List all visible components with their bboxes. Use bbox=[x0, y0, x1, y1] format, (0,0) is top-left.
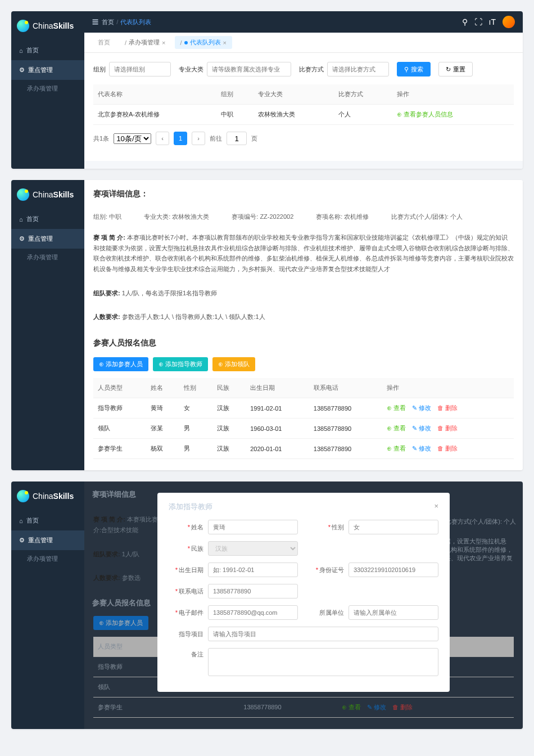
logo-icon bbox=[17, 20, 29, 32]
add-instructor-button[interactable]: ⊕ 添加指导教师 bbox=[153, 357, 208, 371]
col-group: 组别 bbox=[216, 84, 254, 105]
search-button[interactable]: ⚲搜索 bbox=[397, 62, 431, 76]
nav-sub-org[interactable]: 承办项管理 bbox=[11, 249, 84, 266]
view-link[interactable]: ⊕ 查看 bbox=[387, 404, 406, 411]
modal-title: 添加指导教师 bbox=[169, 502, 212, 512]
brand-logo: ChinaSkills bbox=[11, 11, 84, 40]
gear-icon: ⚙ bbox=[19, 66, 25, 74]
filter-major-label: 专业大类 bbox=[179, 65, 203, 74]
search-icon[interactable]: ⚲ bbox=[462, 17, 468, 26]
add-instructor-modal: 添加指导教师 × *姓名 *性别 *民族汉族 *出生日期 *身份证号 bbox=[157, 493, 450, 692]
nav-home[interactable]: ⌂首页 bbox=[11, 40, 84, 60]
refresh-icon: ↻ bbox=[446, 66, 451, 73]
font-icon[interactable]: ıT bbox=[489, 17, 496, 26]
tab-teamlist[interactable]: /代表队列表× bbox=[175, 36, 233, 49]
table-row: 领队张某男汉族1960-03-0113858778890 ⊕ 查看 ✎ 修改 🗑… bbox=[93, 418, 514, 439]
name-input[interactable] bbox=[208, 520, 298, 534]
remark-input[interactable] bbox=[208, 648, 438, 676]
filter-mode-label: 比赛方式 bbox=[299, 65, 324, 74]
filter-major-select[interactable] bbox=[207, 62, 291, 76]
fullscreen-icon[interactable]: ⛶ bbox=[474, 17, 482, 26]
delete-link[interactable]: 🗑 删除 bbox=[437, 404, 458, 411]
nav-sub-org[interactable]: 承办项管理 bbox=[11, 550, 84, 568]
delete-link[interactable]: 🗑 删除 bbox=[437, 425, 458, 431]
filter-group-select[interactable] bbox=[109, 62, 171, 76]
table-row: 北京参赛校A-农机维修 中职 农林牧渔大类 个人 ⊕ 查看参赛人员信息 bbox=[93, 105, 514, 125]
tab-home[interactable]: 首页 bbox=[92, 36, 116, 49]
birth-input[interactable] bbox=[208, 562, 298, 577]
nav-home[interactable]: ⌂首页 bbox=[11, 209, 84, 229]
event-desc: 赛 项 简 介: 本赛项比赛时长7小时。本赛项以教育部颁布的职业学校相关专业教学… bbox=[84, 226, 523, 281]
phone-input[interactable] bbox=[208, 584, 298, 598]
delete-link[interactable]: 🗑 删除 bbox=[437, 445, 458, 452]
pager-page-1[interactable]: 1 bbox=[174, 132, 187, 145]
pager-next[interactable]: › bbox=[192, 132, 205, 145]
avatar[interactable] bbox=[503, 16, 515, 28]
detail-title: 赛项详细信息： bbox=[84, 180, 523, 208]
unit-input[interactable] bbox=[349, 605, 438, 620]
filter-mode-select[interactable] bbox=[327, 62, 389, 76]
edit-link[interactable]: ✎ 修改 bbox=[412, 445, 431, 452]
edit-link[interactable]: ✎ 修改 bbox=[412, 404, 431, 411]
project-input[interactable] bbox=[208, 627, 438, 641]
nav-home[interactable]: ⌂首页 bbox=[11, 511, 84, 530]
idcard-input[interactable] bbox=[349, 562, 438, 577]
tab-org[interactable]: /承办项管理× bbox=[119, 36, 171, 49]
pager-prev[interactable]: ‹ bbox=[156, 132, 169, 145]
close-icon[interactable]: × bbox=[434, 502, 438, 512]
email-input[interactable] bbox=[208, 605, 298, 620]
table-row: 指导教师黄琦女汉族1991-02-0113858778890 ⊕ 查看 ✎ 修改… bbox=[93, 398, 514, 418]
table-row: 参赛学生杨双男汉族2020-01-0113858778890 ⊕ 查看 ✎ 修改… bbox=[93, 439, 514, 459]
nav-site-manage[interactable]: ⚙重点管理 bbox=[11, 60, 84, 80]
col-ops: 操作 bbox=[392, 84, 514, 105]
pager-size[interactable]: 10条/页 bbox=[114, 133, 151, 144]
reg-title: 参赛人员报名信息 bbox=[84, 329, 523, 357]
pager-goto-input[interactable] bbox=[227, 132, 247, 145]
view-members-link[interactable]: ⊕ 查看参赛人员信息 bbox=[397, 111, 453, 118]
add-leader-button[interactable]: ⊕ 添加领队 bbox=[212, 357, 255, 371]
view-link[interactable]: ⊕ 查看 bbox=[387, 445, 406, 452]
filter-group-label: 组别 bbox=[93, 65, 106, 74]
pager-total: 共1条 bbox=[93, 134, 109, 143]
breadcrumb: ☰ 首页/代表队列表 bbox=[92, 18, 151, 26]
home-icon: ⌂ bbox=[19, 47, 23, 54]
col-mode: 比赛方式 bbox=[334, 84, 392, 105]
add-participant-button[interactable]: ⊕ 添加参赛人员 bbox=[93, 357, 148, 371]
reset-button[interactable]: ↻重置 bbox=[438, 62, 473, 76]
nav-sub-org[interactable]: 承办项管理 bbox=[11, 80, 84, 97]
search-icon: ⚲ bbox=[404, 66, 409, 73]
nation-select[interactable]: 汉族 bbox=[208, 541, 298, 556]
col-major: 专业大类 bbox=[254, 84, 334, 105]
brand-logo: ChinaSkills bbox=[11, 180, 84, 209]
view-link[interactable]: ⊕ 查看 bbox=[387, 425, 406, 431]
nav-site-manage[interactable]: ⚙重点管理 bbox=[11, 229, 84, 249]
col-team-name: 代表名称 bbox=[93, 84, 216, 105]
nav-site-manage[interactable]: ⚙重点管理 bbox=[11, 530, 84, 550]
brand-logo: ChinaSkills bbox=[11, 482, 84, 511]
edit-link[interactable]: ✎ 修改 bbox=[412, 425, 431, 431]
gender-select[interactable] bbox=[349, 520, 438, 534]
